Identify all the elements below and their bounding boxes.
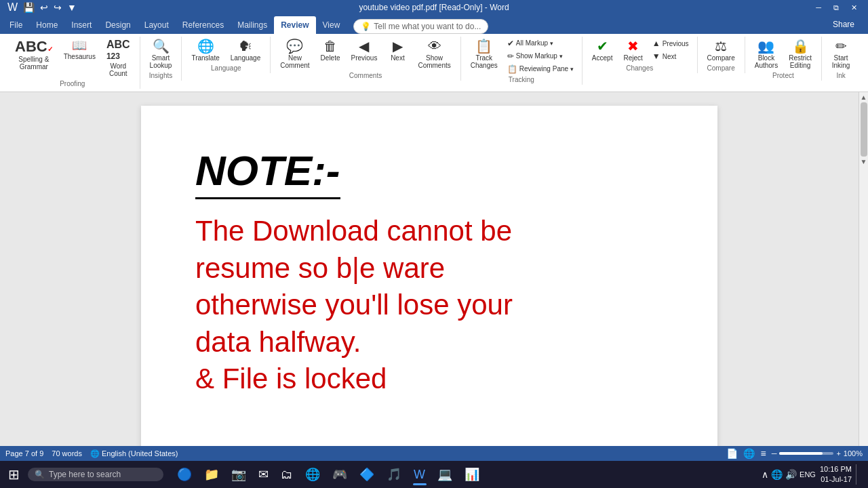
zoom-slider[interactable]: ─ + 100% — [772, 449, 863, 458]
minimize-btn[interactable]: ─ — [810, 0, 827, 15]
taskbar-task-view[interactable]: 🗂 — [275, 462, 298, 487]
clock[interactable]: 10:16 PM 01-Jul-17 — [820, 464, 852, 485]
show-comments-btn[interactable]: 👁 ShowComments — [414, 38, 454, 70]
tab-design[interactable]: Design — [98, 16, 137, 34]
ribbon-group-compare: ⚖ Compare Compare — [698, 37, 745, 73]
protect-label: Protect — [772, 72, 794, 79]
scroll-thumb[interactable] — [861, 102, 867, 157]
new-comment-btn[interactable]: 💬 NewComment — [276, 38, 313, 70]
previous-change-btn[interactable]: ▲ Previous — [650, 38, 692, 49]
scroll-up-btn[interactable]: ▲ — [861, 94, 867, 101]
zoom-track[interactable] — [779, 452, 833, 455]
insights-label: Insights — [149, 72, 172, 79]
undo-btn[interactable]: ↩ — [38, 1, 50, 14]
start-button[interactable]: ⊞ — [3, 462, 25, 487]
tracking-label: Tracking — [509, 76, 534, 83]
share-button[interactable]: Share — [825, 16, 863, 33]
save-quick-btn[interactable]: 💾 — [21, 1, 37, 14]
view-web-btn[interactable]: 🌐 — [743, 448, 755, 459]
tell-me-input[interactable]: 💡 Tell me what you want to do... — [353, 19, 488, 34]
reject-btn[interactable]: ✖ Reject — [619, 38, 646, 63]
tab-layout[interactable]: Layout — [138, 16, 176, 34]
block-authors-btn[interactable]: 👥 BlockAuthors — [751, 38, 782, 70]
track-changes-icon: 📋 — [475, 39, 492, 53]
taskbar-browser[interactable]: 🌐 — [300, 462, 326, 487]
language-items: 🌐 Translate 🗣 Language — [187, 38, 264, 63]
markup-icon: ✔ — [507, 39, 514, 48]
proofing-items: ABC✓ Spelling &Grammar 📖 Thesaurus ABC12… — [11, 38, 134, 79]
zoom-level: 100% — [844, 449, 863, 458]
tab-insert[interactable]: Insert — [64, 16, 98, 34]
taskbar-purple-app[interactable]: 🔷 — [354, 462, 380, 487]
restore-btn[interactable]: ⧉ — [828, 0, 844, 15]
close-btn[interactable]: ✕ — [846, 0, 863, 15]
delete-comment-btn[interactable]: 🗑 Delete — [317, 38, 344, 63]
redo-btn[interactable]: ↪ — [52, 1, 64, 14]
page-info: Page 7 of 9 — [5, 449, 43, 458]
taskbar-search[interactable]: 🔍 Type here to search — [28, 468, 163, 481]
tab-mailings[interactable]: Mailings — [231, 16, 274, 34]
smart-lookup-btn[interactable]: 🔍 SmartLookup — [146, 38, 176, 70]
tab-references[interactable]: References — [176, 16, 231, 34]
scroll-down-btn[interactable]: ▼ — [861, 158, 867, 165]
reviewing-pane-btn[interactable]: 📋 Reviewing Pane ▾ — [505, 64, 576, 75]
taskbar-game[interactable]: 🎮 — [327, 462, 353, 487]
compare-icon: ⚖ — [715, 39, 727, 53]
clock-time: 10:16 PM — [820, 464, 852, 474]
translate-btn[interactable]: 🌐 Translate — [187, 38, 223, 63]
taskbar-app3[interactable]: 📊 — [459, 462, 485, 487]
tray-volume-icon[interactable]: 🔊 — [785, 469, 797, 480]
system-tray: ∧ 🌐 🔊 ENG — [762, 469, 816, 480]
tab-review[interactable]: Review — [274, 16, 315, 34]
changes-label: Changes — [626, 64, 653, 72]
title-bar-left: W 💾 ↩ ↪ ▼ — [5, 0, 79, 15]
zoom-out-icon[interactable]: ─ — [772, 449, 777, 458]
show-markup-btn[interactable]: ✏ Show Markup ▾ — [505, 51, 576, 62]
ribbon-group-comments: 💬 NewComment 🗑 Delete ◀ Previous ▶ Next … — [271, 37, 461, 81]
view-normal-btn[interactable]: 📄 — [726, 448, 738, 459]
taskbar-file-explorer[interactable]: 📁 — [199, 462, 224, 487]
all-markup-btn[interactable]: ✔ All Markup ▾ — [505, 38, 576, 49]
restrict-editing-icon: 🔒 — [792, 39, 809, 53]
taskbar-word[interactable]: W — [408, 462, 431, 487]
taskbar-app2[interactable]: 💻 — [432, 462, 458, 487]
show-markup-icon: ✏ — [507, 52, 514, 61]
document-scroll[interactable]: NOTE:- The Download cannot be resume so … — [0, 92, 859, 446]
track-changes-btn[interactable]: 📋 TrackChanges — [467, 38, 502, 70]
ribbon: File Home Insert Design Layout Reference… — [0, 15, 868, 92]
language-label: Language — [211, 64, 241, 72]
ribbon-group-proofing: ABC✓ Spelling &Grammar 📖 Thesaurus ABC12… — [5, 37, 140, 89]
taskbar-camera[interactable]: 📷 — [226, 462, 252, 487]
tab-home[interactable]: Home — [29, 16, 64, 34]
next-change-btn[interactable]: ▼ Next — [650, 51, 692, 62]
vertical-scrollbar[interactable]: ▲ ▼ — [859, 92, 868, 446]
zoom-in-icon[interactable]: + — [836, 449, 840, 458]
accept-btn[interactable]: ✔ Accept — [588, 38, 617, 63]
next-comment-btn[interactable]: ▶ Next — [384, 38, 411, 63]
taskbar-music[interactable]: 🎵 — [381, 462, 407, 487]
words-label: 70 words — [52, 449, 82, 458]
thesaurus-btn[interactable]: 📖 Thesaurus — [60, 38, 100, 62]
document-body[interactable]: The Download cannot be resume so b|e war… — [195, 213, 663, 398]
title-bar: W 💾 ↩ ↪ ▼ youtube video pdf.pdf [Read-On… — [0, 0, 868, 15]
tab-view[interactable]: View — [316, 16, 347, 34]
compare-btn[interactable]: ⚖ Compare — [703, 38, 739, 63]
show-desktop-btn[interactable] — [856, 464, 860, 485]
ribbon-group-ink: ✏ StartInking Ink — [822, 37, 860, 81]
tray-up-arrow[interactable]: ∧ — [762, 469, 768, 480]
previous-icon: ◀ — [359, 39, 369, 53]
previous-comment-btn[interactable]: ◀ Previous — [347, 38, 382, 63]
taskbar-cortana[interactable]: 🔵 — [172, 462, 197, 487]
spelling-grammar-btn[interactable]: ABC✓ Spelling &Grammar — [11, 38, 57, 72]
lightbulb-icon: 💡 — [361, 22, 371, 31]
word-count-btn[interactable]: ABC123 WordCount — [102, 38, 134, 79]
start-inking-btn[interactable]: ✏ StartInking — [827, 38, 854, 70]
tab-file[interactable]: File — [3, 16, 29, 34]
tray-network-icon[interactable]: 🌐 — [771, 469, 783, 480]
customize-btn[interactable]: ▼ — [65, 1, 79, 14]
language-btn[interactable]: 🗣 Language — [226, 38, 265, 63]
restrict-editing-btn[interactable]: 🔒 RestrictEditing — [785, 38, 816, 70]
taskbar-mail[interactable]: ✉ — [253, 462, 274, 487]
spelling-icon: ABC✓ — [15, 39, 53, 54]
view-outline-btn[interactable]: ≡ — [760, 448, 766, 459]
